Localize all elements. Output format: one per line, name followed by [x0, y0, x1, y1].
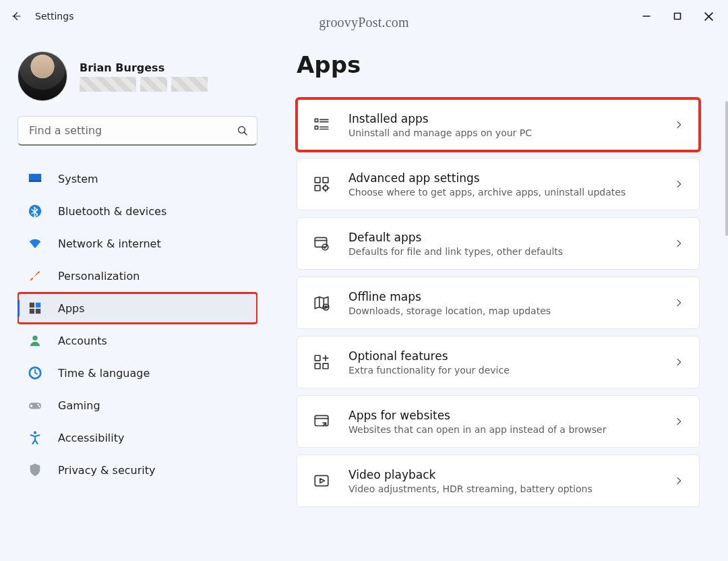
scrollbar[interactable]	[725, 101, 728, 236]
apps-icon	[27, 300, 43, 316]
maximize-button[interactable]	[662, 5, 693, 27]
grid-gear-icon	[312, 175, 331, 194]
sidebar: Brian Burgess System Bluetooth & devices…	[0, 32, 270, 561]
card-title: Video playback	[348, 468, 656, 481]
sidebar-item-accessibility[interactable]: Accessibility	[18, 422, 257, 453]
card-title: Installed apps	[348, 112, 656, 125]
svg-rect-0	[675, 13, 681, 20]
video-icon	[312, 471, 331, 490]
accessibility-icon	[27, 430, 43, 446]
sidebar-item-label: Bluetooth & devices	[58, 205, 166, 218]
chevron-right-icon	[673, 416, 684, 427]
sidebar-item-privacy[interactable]: Privacy & security	[18, 454, 257, 485]
sidebar-item-gaming[interactable]: Gaming	[18, 390, 257, 421]
user-name: Brian Burgess	[80, 61, 208, 74]
card-optional-features[interactable]: Optional features Extra functionality fo…	[297, 336, 700, 388]
chevron-right-icon	[673, 179, 684, 189]
sidebar-nav: System Bluetooth & devices Network & int…	[18, 163, 257, 499]
card-title: Default apps	[348, 231, 656, 244]
page-title: Apps	[297, 51, 705, 78]
card-default-apps[interactable]: Default apps Defaults for file and link …	[297, 217, 700, 270]
svg-rect-8	[36, 309, 40, 314]
card-title: Advanced app settings	[348, 171, 656, 185]
sidebar-item-label: Accessibility	[58, 432, 124, 444]
card-installed-apps[interactable]: Installed apps Uninstall and manage apps…	[297, 98, 700, 151]
settings-cards: Installed apps Uninstall and manage apps…	[297, 98, 705, 507]
arrow-left-icon	[10, 10, 22, 22]
user-header[interactable]: Brian Burgess	[18, 51, 257, 101]
close-button[interactable]	[693, 5, 724, 27]
svg-point-9	[32, 336, 37, 341]
svg-rect-18	[323, 177, 328, 183]
paintbrush-icon	[27, 268, 43, 284]
chevron-right-icon	[673, 238, 684, 249]
sidebar-item-apps[interactable]: Apps	[18, 293, 257, 324]
window-controls	[631, 5, 724, 27]
shield-icon	[27, 462, 43, 478]
svg-rect-19	[315, 185, 320, 191]
card-title: Offline maps	[348, 290, 656, 303]
svg-rect-7	[30, 309, 34, 314]
sidebar-item-label: Network & internet	[58, 237, 161, 250]
list-icon	[312, 115, 331, 134]
window-title: Settings	[35, 11, 73, 22]
svg-rect-26	[323, 363, 328, 369]
wifi-icon	[27, 235, 43, 252]
sidebar-item-system[interactable]: System	[18, 163, 257, 194]
svg-rect-15	[315, 119, 317, 121]
chevron-right-icon	[673, 475, 684, 486]
svg-rect-5	[30, 303, 34, 307]
svg-rect-3	[29, 181, 41, 182]
sidebar-item-accounts[interactable]: Accounts	[18, 325, 257, 356]
search-input[interactable]	[28, 123, 227, 138]
svg-rect-17	[315, 177, 320, 183]
card-subtitle: Websites that can open in an app instead…	[348, 424, 656, 435]
card-subtitle: Extra functionality for your device	[348, 365, 656, 376]
watermark-text: groovyPost.com	[319, 15, 408, 30]
svg-rect-25	[315, 363, 320, 369]
svg-rect-16	[315, 126, 317, 129]
chevron-right-icon	[673, 119, 684, 130]
sidebar-item-network[interactable]: Network & internet	[18, 228, 257, 259]
svg-rect-21	[315, 237, 326, 247]
sidebar-item-personalization[interactable]: Personalization	[18, 260, 257, 291]
card-subtitle: Video adjustments, HDR streaming, batter…	[348, 483, 656, 494]
display-icon	[27, 171, 43, 187]
sidebar-item-time-language[interactable]: Time & language	[18, 357, 257, 388]
map-download-icon	[312, 293, 331, 312]
card-subtitle: Defaults for file and link types, other …	[348, 246, 656, 257]
svg-point-20	[324, 186, 328, 191]
svg-point-13	[38, 406, 40, 408]
svg-point-12	[37, 404, 39, 406]
card-advanced-app-settings[interactable]: Advanced app settings Choose where to ge…	[297, 158, 700, 210]
minimize-button[interactable]	[631, 5, 662, 27]
avatar	[18, 51, 67, 101]
window-check-icon	[312, 234, 331, 253]
sidebar-item-label: Gaming	[58, 399, 100, 412]
sidebar-item-bluetooth[interactable]: Bluetooth & devices	[18, 196, 257, 227]
svg-rect-28	[315, 475, 328, 485]
card-subtitle: Choose where to get apps, archive apps, …	[348, 187, 656, 198]
bluetooth-icon	[27, 203, 43, 219]
window-link-icon	[312, 412, 331, 431]
card-apps-for-websites[interactable]: Apps for websites Websites that can open…	[297, 395, 700, 448]
card-title: Optional features	[348, 349, 656, 363]
clock-globe-icon	[27, 365, 43, 381]
user-email-redacted	[80, 77, 208, 92]
person-icon	[27, 332, 43, 349]
gamepad-icon	[27, 397, 43, 413]
svg-rect-6	[36, 303, 40, 307]
chevron-right-icon	[673, 297, 684, 308]
grid-plus-icon	[312, 353, 331, 372]
card-subtitle: Downloads, storage location, map updates	[348, 305, 656, 316]
back-button[interactable]	[4, 4, 28, 28]
search-icon	[237, 125, 249, 137]
search-box[interactable]	[18, 116, 257, 146]
content-area: Apps Installed apps Uninstall and manage…	[270, 32, 728, 561]
card-offline-maps[interactable]: Offline maps Downloads, storage location…	[297, 276, 700, 329]
svg-point-14	[34, 432, 36, 434]
svg-rect-24	[315, 355, 320, 361]
sidebar-item-label: Privacy & security	[58, 464, 155, 477]
card-video-playback[interactable]: Video playback Video adjustments, HDR st…	[297, 454, 700, 507]
sidebar-item-label: Apps	[58, 302, 85, 315]
